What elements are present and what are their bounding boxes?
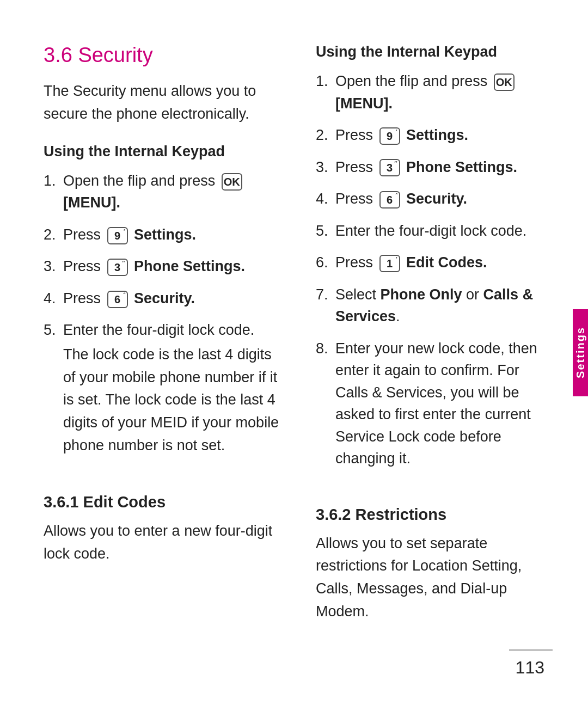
step-number: 3.: [44, 255, 63, 278]
left-keypad-heading: Using the Internal Keypad: [44, 143, 283, 160]
step-content: Press 6̂ Security.: [63, 287, 283, 310]
list-item: 5. Enter the four-digit lock code. The l…: [44, 319, 283, 457]
step-number: 2.: [44, 224, 63, 246]
ok-key-badge-r: OK: [494, 73, 514, 91]
page-number: 113: [516, 658, 544, 678]
key1-badge-r: 1′: [379, 255, 400, 272]
key6-badge: 6̂: [107, 291, 128, 308]
key3-badge: 3″: [107, 259, 128, 276]
step-number: 6.: [316, 252, 335, 274]
step-number: 8.: [316, 338, 335, 360]
list-item: 1. Open the flip and press OK [MENU].: [316, 70, 555, 114]
key6-badge-r: 6̂: [379, 191, 400, 209]
divider-line: [509, 649, 553, 651]
step-number: 1.: [44, 170, 63, 192]
list-item: 4. Press 6̂ Security.: [44, 287, 283, 310]
list-item: 2. Press 9′ Settings.: [44, 224, 283, 246]
list-item: 2. Press 9′ Settings.: [316, 124, 555, 146]
step-content: Press 9′ Settings.: [63, 224, 283, 246]
step-number: 3.: [316, 156, 335, 179]
list-item: 5. Enter the four-digit lock code.: [316, 220, 555, 242]
sidebar-label: Settings: [574, 327, 587, 378]
key9-badge: 9′: [107, 227, 128, 244]
list-item: 8. Enter your new lock code, then enter …: [316, 338, 555, 470]
restrictions-text: Allows you to set separate restrictions …: [316, 532, 555, 623]
edit-codes-heading: 3.6.1 Edit Codes: [44, 493, 283, 511]
intro-text: The Security menu allows you to secure t…: [44, 80, 283, 126]
step-content: Press 3″ Phone Settings.: [335, 156, 555, 179]
left-column: 3.6 Security The Security menu allows yo…: [44, 44, 283, 672]
list-item: 1. Open the flip and press OK [MENU].: [44, 170, 283, 214]
key9-badge-r: 9′: [379, 127, 400, 145]
step-content: Press 1′ Edit Codes.: [335, 252, 555, 274]
step-content: Press 9′ Settings.: [335, 124, 555, 146]
edit-codes-text: Allows you to enter a new four-digit loc…: [44, 520, 283, 566]
step-content: Press 6̂ Security.: [335, 188, 555, 210]
settings-sidebar-tab: Settings: [573, 309, 588, 396]
step-content: Enter the four-digit lock code.: [335, 220, 555, 242]
right-column: Using the Internal Keypad 1. Open the fl…: [316, 44, 555, 672]
step-number: 5.: [316, 220, 335, 242]
restrictions-heading: 3.6.2 Restrictions: [316, 506, 555, 524]
step-content: Select Phone Only or Calls & Services.: [335, 284, 555, 328]
list-item: 3. Press 3″ Phone Settings.: [316, 156, 555, 179]
step-number: 2.: [316, 124, 335, 146]
right-steps-list: 1. Open the flip and press OK [MENU]. 2.…: [316, 70, 555, 480]
step-content: Press 3″ Phone Settings.: [63, 255, 283, 278]
key3-badge-r: 3″: [379, 159, 400, 176]
left-steps-list: 1. Open the flip and press OK [MENU]. 2.…: [44, 170, 283, 467]
step-number: 7.: [316, 284, 335, 306]
step-content: Enter your new lock code, then enter it …: [335, 338, 555, 470]
right-keypad-heading: Using the Internal Keypad: [316, 44, 555, 60]
step-continuation: The lock code is the last 4 digits of yo…: [63, 344, 283, 457]
step-number: 1.: [316, 70, 335, 93]
step-number: 5.: [44, 319, 63, 341]
section-title: 3.6 Security: [44, 44, 283, 67]
step-number: 4.: [44, 287, 63, 310]
list-item: 6. Press 1′ Edit Codes.: [316, 252, 555, 274]
step-number: 4.: [316, 188, 335, 210]
ok-key-badge: OK: [222, 173, 242, 191]
step-content: Open the flip and press OK [MENU].: [335, 70, 555, 114]
list-item: 3. Press 3″ Phone Settings.: [44, 255, 283, 278]
list-item: 7. Select Phone Only or Calls & Services…: [316, 284, 555, 328]
step-content: Enter the four-digit lock code.: [63, 319, 283, 341]
list-item: 4. Press 6̂ Security.: [316, 188, 555, 210]
step-content: Open the flip and press OK [MENU].: [63, 170, 283, 214]
